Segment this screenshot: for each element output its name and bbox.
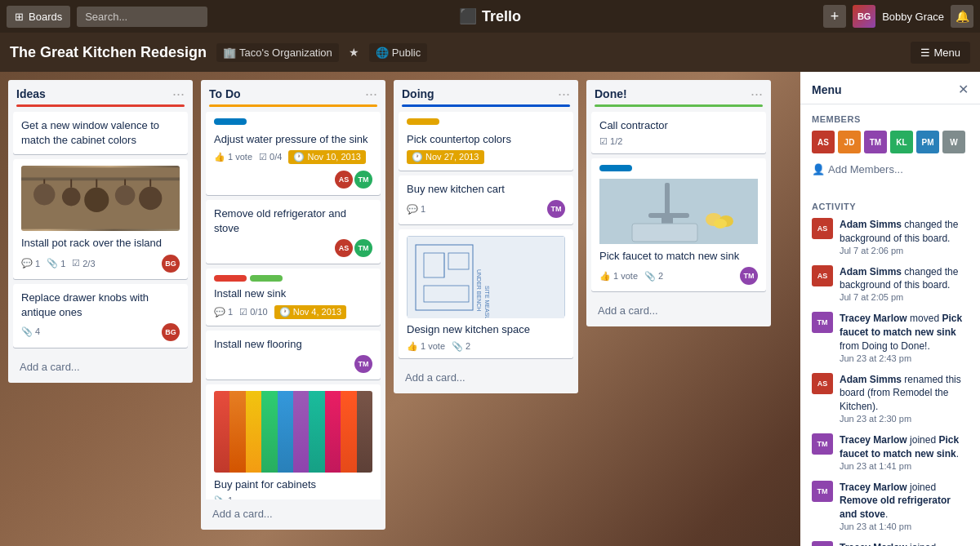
member-avatar-1[interactable]: JD <box>838 131 861 153</box>
card-meta: ☑ 1/2 <box>599 136 758 147</box>
list-menu-doing[interactable]: ··· <box>558 87 570 101</box>
menu-toggle-button[interactable]: ☰ Menu <box>911 42 970 64</box>
vote-count: 👍 1 vote <box>214 152 252 162</box>
activity-time-0: Jul 7 at 2:06 pm <box>840 246 969 255</box>
vote-count: 👍 1 vote <box>407 341 445 352</box>
card-image-blueprint: UNDER BENCH SITE MEASURE <box>407 236 565 317</box>
card-water-pressure[interactable]: Adjust water pressure of the sink 👍 1 vo… <box>206 112 381 195</box>
card-contractor[interactable]: Call contractor ☑ 1/2 <box>591 112 766 153</box>
list-cards-ideas: Get a new window valence to match the ca… <box>8 112 193 353</box>
member-avatar-4[interactable]: PM <box>916 131 939 153</box>
activity-avatar-0: AS <box>812 218 833 239</box>
card-title: Buy paint for cabinets <box>214 477 372 492</box>
grid-icon: ⊞ <box>15 11 24 23</box>
card-refrigerator[interactable]: Remove old refrigerator and stove AS TM <box>206 200 381 264</box>
list-footer-ideas: Add a card... <box>8 353 193 383</box>
card-pot-rack[interactable]: Install pot rack over the island 💬 1 📎 1… <box>13 159 188 278</box>
card-title: Replace drawer knobs with antique ones <box>21 291 180 320</box>
list-title-ideas: Ideas <box>16 87 172 100</box>
attachment-count: 📎 4 <box>21 326 40 337</box>
list-cards-doing: Pick countertop colors 🕐 Nov 27, 2013 Bu… <box>394 112 578 363</box>
activity-content-2: Tracey Marlow moved Pick faucet to match… <box>840 312 969 362</box>
card-title: Install new flooring <box>214 337 372 352</box>
checklist-progress: ☑ 1/2 <box>599 136 622 147</box>
card-design-space[interactable]: UNDER BENCH SITE MEASURE Design new kitc… <box>399 229 573 357</box>
card-flooring[interactable]: Install new flooring TM <box>206 331 381 380</box>
list-header-done: Done! ··· <box>586 80 771 104</box>
list-menu-ideas[interactable]: ··· <box>172 87 185 101</box>
user-avatar[interactable]: BG <box>853 5 875 28</box>
list-footer-todo: Add a card... <box>201 499 385 530</box>
list-menu-todo[interactable]: ··· <box>365 87 377 101</box>
list-color-bar-doing <box>402 104 570 107</box>
member-avatar-2[interactable]: TM <box>864 131 887 153</box>
due-date: 🕐 Nov 10, 2013 <box>288 150 366 164</box>
notifications-button[interactable]: 🔔 <box>951 5 973 28</box>
nav-right: + BG Bobby Grace 🔔 <box>823 5 973 28</box>
svg-rect-21 <box>665 183 670 215</box>
logo-icon: ⬛ <box>459 7 477 25</box>
globe-icon: 🌐 <box>376 47 389 59</box>
card-meta: 👍 1 vote ☑ 0/4 🕐 Nov 10, 2013 AS TM <box>214 150 372 189</box>
add-card-todo[interactable]: Add a card... <box>207 504 379 523</box>
add-card-doing[interactable]: Add a card... <box>400 368 572 387</box>
board-title: The Great Kitchen Redesign <box>10 44 207 61</box>
add-card-done[interactable]: Add a card... <box>593 301 764 320</box>
svg-point-4 <box>62 188 81 206</box>
activity-time-3: Jun 23 at 2:30 pm <box>840 414 969 424</box>
create-button[interactable]: + <box>823 5 846 28</box>
card-label-red <box>214 275 247 282</box>
menu-title: Menu <box>812 83 842 96</box>
list-done: Done! ··· Call contractor ☑ 1/2 <box>586 80 771 326</box>
list-cards-todo: Adjust water pressure of the sink 👍 1 vo… <box>201 112 385 499</box>
due-date: 🕐 Nov 4, 2013 <box>274 305 346 319</box>
person-icon: 👤 <box>812 163 825 175</box>
add-member-button[interactable]: 👤 Add Members... <box>812 160 903 179</box>
activity-item-2: TM Tracey Marlow moved Pick faucet to ma… <box>812 312 969 362</box>
card-paint[interactable]: Buy paint for cabinets 📎 1 <box>206 384 381 499</box>
add-card-ideas[interactable]: Add a card... <box>15 357 186 376</box>
card-drawer-knobs[interactable]: Replace drawer knobs with antique ones 📎… <box>13 284 188 348</box>
card-avatar: BG <box>162 323 180 341</box>
card-window-valence[interactable]: Get a new window valence to match the ca… <box>13 112 188 154</box>
card-meta: 👍 1 vote 📎 2 TM <box>599 267 758 285</box>
activity-item-0: AS Adam Simms changed the background of … <box>812 218 969 255</box>
list-color-bar-ideas <box>16 104 185 107</box>
member-avatar-5[interactable]: W <box>942 131 965 153</box>
activity-time-1: Jul 7 at 2:05 pm <box>840 292 969 302</box>
activity-text-4: Tracey Marlow joined Pick faucet to matc… <box>840 433 969 461</box>
member-avatar-0[interactable]: AS <box>812 131 835 153</box>
card-avatar: TM <box>354 355 372 373</box>
card-faucet[interactable]: Pick faucet to match new sink 👍 1 vote 📎… <box>591 158 766 291</box>
activity-content-6: Tracey Marlow joined Replace drawer knob… <box>840 541 969 546</box>
comment-count: 💬 1 <box>407 204 425 215</box>
star-button[interactable]: ★ <box>349 46 359 59</box>
search-input[interactable] <box>77 7 207 27</box>
list-header-ideas: Ideas ··· <box>8 80 193 104</box>
checklist-progress: ☑ 2/3 <box>72 258 95 269</box>
card-new-sink[interactable]: Install new sink 💬 1 ☑ 0/10 🕐 Nov 4, 201… <box>206 269 381 325</box>
username: Bobby Grace <box>882 11 944 23</box>
board-org[interactable]: 🏢 Taco's Organization <box>216 43 339 62</box>
boards-button[interactable]: ⊞ Boards <box>7 6 70 28</box>
menu-members-section: Members AS JD TM KL PM W 👤 Add Members..… <box>800 104 980 185</box>
activity-text-3: Adam Simms renamed this board (from Remo… <box>840 373 969 414</box>
activity-item-5: TM Tracey Marlow joined Remove old refri… <box>812 481 969 531</box>
card-title: Get a new window valence to match the ca… <box>21 118 180 148</box>
card-title: Pick faucet to match new sink <box>599 249 758 264</box>
card-countertop[interactable]: Pick countertop colors 🕐 Nov 27, 2013 <box>399 112 573 171</box>
card-kitchen-cart[interactable]: Buy new kitchen cart 💬 1 TM <box>399 175 573 224</box>
activity-avatar-3: AS <box>812 373 833 394</box>
card-meta: 📎 4 BG <box>21 323 180 341</box>
list-header-todo: To Do ··· <box>201 80 385 104</box>
member-avatar-3[interactable]: KL <box>890 131 913 153</box>
list-menu-done[interactable]: ··· <box>751 87 763 101</box>
activity-item-1: AS Adam Simms changed the background of … <box>812 265 969 303</box>
menu-close-button[interactable]: ✕ <box>958 82 969 97</box>
menu-activity-section: Activity AS Adam Simms changed the backg… <box>800 192 980 546</box>
board-visibility[interactable]: 🌐 Public <box>369 43 427 62</box>
activity-text-1: Adam Simms changed the background of thi… <box>840 265 969 293</box>
activity-content-3: Adam Simms renamed this board (from Remo… <box>840 373 969 424</box>
members-section-title: Members <box>812 114 969 124</box>
card-avatar: AS <box>335 239 353 257</box>
